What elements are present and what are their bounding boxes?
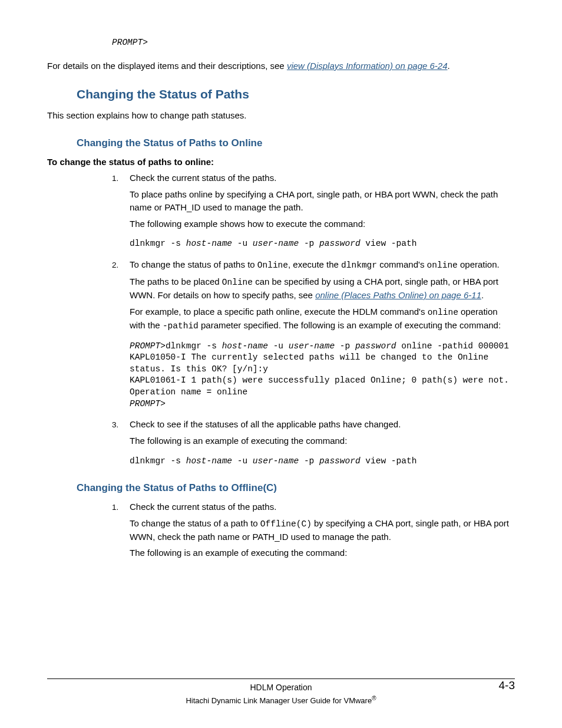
code-block: dlnkmgr -s host-name -u user-name -p pas…	[130, 238, 515, 250]
footer-chapter: HDLM Operation	[47, 681, 515, 693]
body-text: .	[481, 290, 484, 300]
step-number: 1.	[112, 173, 118, 185]
subsection-heading: Changing the Status of Paths to Offline(…	[77, 481, 515, 496]
inline-code: dlnkmgr	[341, 261, 377, 270]
body-text: .	[448, 61, 450, 71]
step-number: 3.	[112, 419, 118, 431]
inline-code: Offline(C)	[260, 519, 312, 529]
code-block: dlnkmgr -s host-name -u user-name -p pas…	[130, 456, 515, 467]
list-item: 1. Check the current status of the paths…	[112, 172, 515, 250]
body-text: operation.	[458, 259, 500, 269]
online-link[interactable]: online (Places Paths Online) on page 6-1…	[315, 290, 481, 300]
procedure-title: To change the status of paths to online:	[47, 156, 515, 169]
prompt-text: PROMPT>	[112, 38, 148, 47]
intro-text: This section explains how to change path…	[47, 109, 515, 122]
code-block: PROMPT>dlnkmgr -s host-name -u user-name…	[130, 341, 515, 410]
body-text: The following example shows how to execu…	[130, 218, 515, 230]
body-text: To change the status of a path to	[130, 518, 260, 528]
list-item: 3. Check to see if the statuses of all t…	[112, 418, 515, 467]
body-text: To change the status of paths to	[130, 259, 257, 269]
subsection-heading: Changing the Status of Paths to Online	[77, 136, 515, 151]
list-item: 2. To change the status of paths to Onli…	[112, 258, 515, 410]
body-text: For example, to place a specific path on…	[130, 307, 428, 317]
page-number: 4-3	[499, 677, 515, 694]
inline-code: -pathid	[163, 321, 199, 331]
inline-code: Online	[257, 261, 288, 270]
body-text: command's	[377, 259, 427, 269]
section-heading: Changing the Status of Paths	[77, 85, 515, 103]
body-text: Check the current status of the paths.	[130, 172, 515, 185]
inline-code: online	[427, 261, 458, 270]
body-text: The following is an example of executing…	[130, 434, 515, 447]
footer-book-title: Hitachi Dynamic Link Manager User Guide …	[47, 694, 515, 707]
body-text: , execute the	[288, 259, 341, 269]
body-text: parameter specified. The following is an…	[199, 320, 501, 330]
inline-code: Online	[222, 278, 253, 287]
body-text: To place paths online by specifying a CH…	[130, 188, 515, 214]
view-link[interactable]: view (Displays Information) on page 6-24	[287, 61, 448, 71]
body-text: The following is an example of executing…	[130, 546, 515, 559]
body-text: The paths to be placed	[130, 276, 222, 286]
body-text: For details on the displayed items and t…	[47, 61, 287, 71]
body-text: Check the current status of the paths.	[130, 500, 515, 513]
list-item: 1. Check the current status of the paths…	[112, 500, 515, 559]
page-footer: 4-3 HDLM Operation Hitachi Dynamic Link …	[47, 678, 515, 707]
inline-code: online	[428, 308, 458, 317]
step-number: 2.	[112, 259, 118, 271]
body-text: Check to see if the statuses of all the …	[130, 418, 515, 431]
step-number: 1.	[112, 502, 118, 513]
